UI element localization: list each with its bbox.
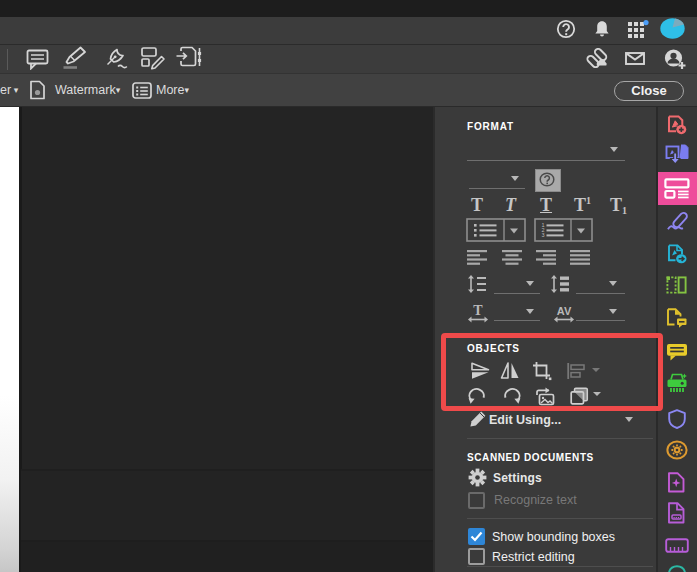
svg-text:T: T (473, 303, 483, 318)
svg-text:3: 3 (542, 232, 545, 238)
svg-text:AV: AV (557, 305, 572, 317)
